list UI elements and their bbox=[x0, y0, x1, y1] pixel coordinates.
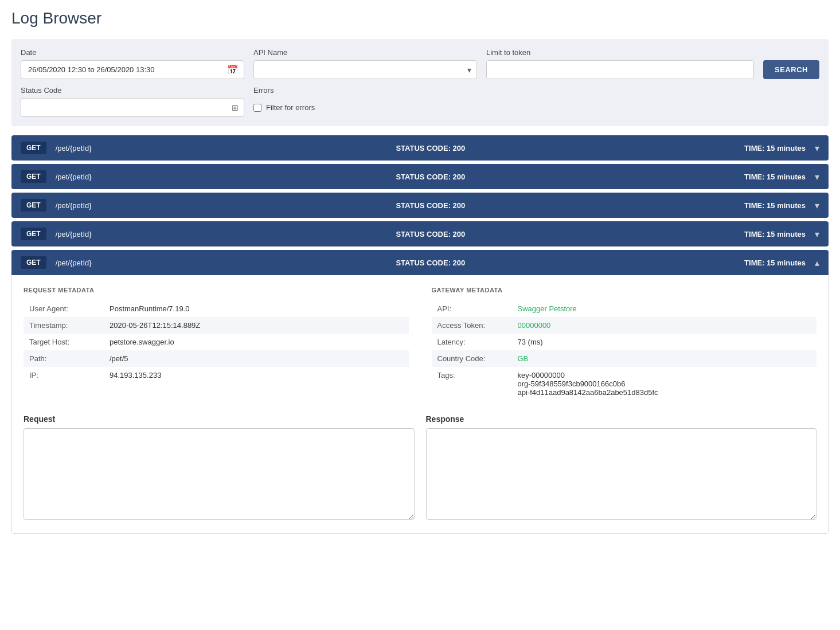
filter-errors-label[interactable]: Filter for errors bbox=[266, 103, 315, 112]
field-label: Latency: bbox=[432, 334, 512, 350]
table-row: Access Token: 00000000 bbox=[432, 317, 817, 334]
log-time: TIME: 15 minutes bbox=[556, 144, 815, 152]
filter-row-2: Status Code ⊞ Errors Filter for errors bbox=[21, 86, 819, 117]
api-name-label: API Name bbox=[253, 48, 477, 57]
field-label: Target Host: bbox=[24, 334, 104, 350]
log-time: TIME: 15 minutes bbox=[556, 173, 815, 181]
token-filter-group: Limit to token bbox=[486, 48, 754, 79]
request-label: Request bbox=[24, 414, 415, 424]
log-path: /pet/{petId} bbox=[56, 173, 306, 181]
log-status: STATUS CODE: 200 bbox=[306, 259, 556, 267]
log-entry: GET /pet/{petId} STATUS CODE: 200 TIME: … bbox=[11, 135, 829, 161]
api-name-input[interactable] bbox=[253, 60, 477, 79]
chevron-down-icon: ▾ bbox=[815, 171, 819, 182]
field-value: 73 (ms) bbox=[512, 334, 817, 350]
log-entry-expanded: GET /pet/{petId} STATUS CODE: 200 TIME: … bbox=[11, 250, 829, 534]
gateway-metadata-col: GATEWAY METADATA API: Swagger Petstore A… bbox=[432, 287, 817, 401]
request-metadata-title: REQUEST METADATA bbox=[24, 287, 409, 294]
api-name-filter-group: API Name ▾ bbox=[253, 48, 477, 79]
filter-errors-wrapper: Filter for errors bbox=[253, 98, 819, 117]
field-label: IP: bbox=[24, 367, 104, 384]
log-path: /pet/{petId} bbox=[56, 201, 306, 210]
api-name-select-wrapper: ▾ bbox=[253, 60, 477, 79]
table-row: Latency: 73 (ms) bbox=[432, 334, 817, 350]
field-label: Country Code: bbox=[432, 350, 512, 367]
log-status: STATUS CODE: 200 bbox=[306, 144, 556, 152]
field-label: Path: bbox=[24, 350, 104, 367]
request-textarea[interactable] bbox=[24, 428, 415, 520]
log-header[interactable]: GET /pet/{petId} STATUS CODE: 200 TIME: … bbox=[11, 250, 829, 275]
access-token-link[interactable]: 00000000 bbox=[518, 321, 551, 330]
token-label: Limit to token bbox=[486, 48, 754, 57]
request-metadata-table: User Agent: PostmanRuntime/7.19.0 Timest… bbox=[24, 300, 409, 384]
log-time: TIME: 15 minutes bbox=[556, 201, 815, 210]
filter-row-1: Date 📅 API Name ▾ Limit to token bbox=[21, 48, 819, 79]
status-code-filter-group: Status Code ⊞ bbox=[21, 86, 244, 117]
status-code-wrapper: ⊞ bbox=[21, 98, 244, 117]
status-code-label: Status Code bbox=[21, 86, 244, 95]
gateway-metadata-table: API: Swagger Petstore Access Token: 0000… bbox=[432, 300, 817, 401]
errors-label: Errors bbox=[253, 86, 819, 95]
country-code-link[interactable]: GB bbox=[518, 354, 529, 363]
status-code-input[interactable] bbox=[21, 98, 244, 117]
chevron-up-icon: ▴ bbox=[815, 257, 819, 268]
log-method: GET bbox=[21, 170, 46, 183]
request-col: Request bbox=[24, 414, 415, 522]
table-row: Country Code: GB bbox=[432, 350, 817, 367]
request-response-section: Request Response bbox=[24, 414, 816, 522]
field-value: PostmanRuntime/7.19.0 bbox=[104, 300, 409, 317]
chevron-down-icon: ▾ bbox=[815, 143, 819, 154]
filter-errors-checkbox[interactable] bbox=[253, 104, 261, 112]
log-detail: REQUEST METADATA User Agent: PostmanRunt… bbox=[11, 275, 829, 534]
log-entry: GET /pet/{petId} STATUS CODE: 200 TIME: … bbox=[11, 164, 829, 189]
log-entry: GET /pet/{petId} STATUS CODE: 200 TIME: … bbox=[11, 193, 829, 218]
response-col: Response bbox=[426, 414, 817, 522]
field-label: User Agent: bbox=[24, 300, 104, 317]
table-row: Timestamp: 2020-05-26T12:15:14.889Z bbox=[24, 317, 409, 334]
log-header[interactable]: GET /pet/{petId} STATUS CODE: 200 TIME: … bbox=[11, 221, 829, 246]
field-value: Swagger Petstore bbox=[512, 300, 817, 317]
log-header[interactable]: GET /pet/{petId} STATUS CODE: 200 TIME: … bbox=[11, 193, 829, 218]
field-value: key-00000000 org-59f348559f3cb9000166c0b… bbox=[512, 367, 817, 401]
table-row: API: Swagger Petstore bbox=[432, 300, 817, 317]
chevron-down-icon: ▾ bbox=[815, 229, 819, 240]
log-path: /pet/{petId} bbox=[56, 144, 306, 152]
page-title: Log Browser bbox=[11, 9, 829, 28]
field-label: Access Token: bbox=[432, 317, 512, 334]
table-row: User Agent: PostmanRuntime/7.19.0 bbox=[24, 300, 409, 317]
log-status: STATUS CODE: 200 bbox=[306, 173, 556, 181]
table-row: IP: 94.193.135.233 bbox=[24, 367, 409, 384]
api-link[interactable]: Swagger Petstore bbox=[518, 304, 577, 313]
log-status: STATUS CODE: 200 bbox=[306, 201, 556, 210]
date-input-wrapper: 📅 bbox=[21, 60, 244, 79]
chevron-down-icon: ▾ bbox=[815, 200, 819, 211]
field-value: petstore.swagger.io bbox=[104, 334, 409, 350]
field-label: Tags: bbox=[432, 367, 512, 401]
table-row: Path: /pet/5 bbox=[24, 350, 409, 367]
detail-columns: REQUEST METADATA User Agent: PostmanRunt… bbox=[24, 287, 816, 401]
log-method: GET bbox=[21, 142, 46, 154]
log-status: STATUS CODE: 200 bbox=[306, 230, 556, 238]
log-path: /pet/{petId} bbox=[56, 259, 306, 267]
field-value: 2020-05-26T12:15:14.889Z bbox=[104, 317, 409, 334]
log-header[interactable]: GET /pet/{petId} STATUS CODE: 200 TIME: … bbox=[11, 164, 829, 189]
errors-filter-group: Errors Filter for errors bbox=[253, 86, 819, 117]
log-entry: GET /pet/{petId} STATUS CODE: 200 TIME: … bbox=[11, 221, 829, 246]
log-header[interactable]: GET /pet/{petId} STATUS CODE: 200 TIME: … bbox=[11, 135, 829, 161]
log-path: /pet/{petId} bbox=[56, 230, 306, 238]
log-entries: GET /pet/{petId} STATUS CODE: 200 TIME: … bbox=[11, 135, 829, 534]
date-input[interactable] bbox=[21, 60, 244, 79]
field-label: Timestamp: bbox=[24, 317, 104, 334]
search-button[interactable]: SEARCH bbox=[763, 60, 819, 79]
filters-section: Date 📅 API Name ▾ Limit to token bbox=[11, 39, 829, 126]
log-method: GET bbox=[21, 199, 46, 212]
field-value: 00000000 bbox=[512, 317, 817, 334]
log-time: TIME: 15 minutes bbox=[556, 259, 815, 267]
field-value: /pet/5 bbox=[104, 350, 409, 367]
request-metadata-col: REQUEST METADATA User Agent: PostmanRunt… bbox=[24, 287, 409, 401]
field-value: 94.193.135.233 bbox=[104, 367, 409, 384]
page-wrapper: Log Browser Date 📅 API Name ▾ bbox=[0, 0, 840, 545]
response-textarea[interactable] bbox=[426, 428, 817, 520]
field-value: GB bbox=[512, 350, 817, 367]
token-input[interactable] bbox=[486, 60, 754, 79]
